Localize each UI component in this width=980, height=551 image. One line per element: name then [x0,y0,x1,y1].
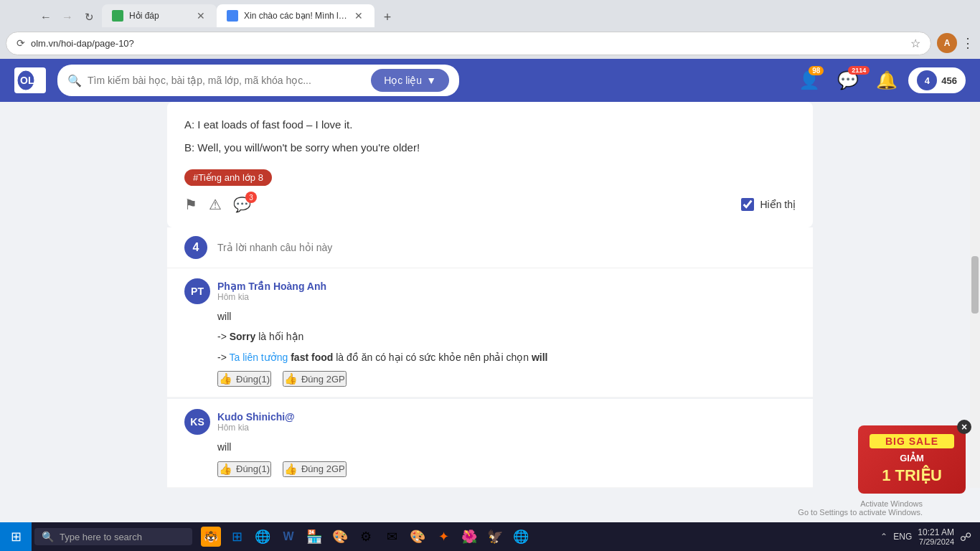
taskbar-app-chrome[interactable]: 🌐 [508,524,534,550]
question-card: A: I eat loads of fast food – I love it.… [167,102,813,227]
subject-tag[interactable]: #Tiếng anh lớp 8 [184,169,272,186]
taskbar-app-photos[interactable]: 🎨 [405,524,430,550]
taskbar-app-store[interactable]: 🏪 [301,524,327,550]
coins-circle: 4 [917,70,937,90]
ad-close-button[interactable]: × [957,420,971,434]
taskbar-clock: 10:21 AM 7/29/2024 [918,527,954,546]
comment-item-2: KS Kudo Shinichi@ Hôm kia will 👍 Đúng(1)… [167,399,813,487]
comment-count-badge: 3 [245,192,257,203]
tab1-title: Hỏi đáp [129,11,189,21]
olm-logo[interactable]: OLM [14,67,46,93]
start-button[interactable]: ⊞ [0,522,32,551]
hoc-lieu-chevron-icon: ▼ [426,75,436,86]
taskbar-app-taskview[interactable]: ⊞ [224,524,250,550]
taskbar-app-edge[interactable]: 🌐 [250,524,275,550]
vote1-label-2: Đúng(1) [236,463,270,474]
url-reload-icon: ⟳ [17,37,25,49]
bookmark-icon[interactable]: ☆ [910,37,920,50]
vote-correct-btn-2[interactable]: 👍 Đúng(1) [217,461,271,477]
scrollbar-thumb[interactable] [971,256,979,314]
comment-exp1: -> Sorry là hối hận [217,329,796,344]
comment-answer-1: will [217,309,796,324]
commenter-time-1: Hôm kia [217,292,326,302]
tab2-title: Xin chào các bạn! Mình là Hà A... [244,11,347,21]
menu-button[interactable]: ⋮ [961,35,974,51]
dialogue-a: A: I eat loads of fast food – I love it. [184,116,796,133]
taskbar-app-mail[interactable]: ✉ [379,524,405,550]
commenter-time-2: Hôm kia [217,423,295,433]
taskbar-app-flower[interactable]: 🌺 [456,524,482,550]
tab2-favicon [227,10,238,22]
comment-item-1: PT Phạm Trần Hoàng Anh Hôm kia will -> S… [167,268,813,397]
quick-answer-input[interactable] [217,242,796,253]
comment-answer-2: will [217,439,796,455]
taskbar-systray[interactable]: ⌃ [880,532,887,542]
url-text: olm.vn/hoi-dap/page-10? [31,38,905,49]
answer-number: 4 [184,236,207,259]
user-icon-badge[interactable]: 👤 98 [796,67,822,93]
vote-2gp-btn-2[interactable]: 👍 Đúng 2GP [283,461,347,477]
show-checkbox[interactable] [741,198,754,211]
comment-body-1: will -> Sorry là hối hận -> Ta liên tưởn… [217,309,796,365]
start-icon: ⊞ [11,529,22,545]
hoc-lieu-button[interactable]: Học liệu ▼ [371,69,449,92]
chat-icon-badge[interactable]: 💬 2114 [831,67,865,93]
vote2-label-2: Đúng 2GP [301,463,345,474]
vote-correct-btn-1[interactable]: 👍 Đúng(1) [217,371,271,387]
vote2-label-1: Đúng 2GP [301,374,345,385]
vote1-label-1: Đúng(1) [236,374,270,385]
ad-subtitle: GIẢM [870,453,954,463]
taskbar-lang: ENG [893,532,912,542]
tab2-close[interactable]: ✕ [353,9,364,23]
vote-2gp-btn-1[interactable]: 👍 Đúng 2GP [283,371,347,387]
windows-activate-notice: Activate Windows Go to Settings to activ… [798,499,923,517]
bookmark-action-icon[interactable]: ⚑ [184,196,197,213]
svg-text:OLM: OLM [20,75,42,86]
user-badge: 98 [809,66,824,75]
commenter-name-2[interactable]: Kudo Shinichi@ [217,411,295,423]
commenter-name-1[interactable]: Phạm Trần Hoàng Anh [217,281,326,292]
taskbar-app-tiger[interactable] [198,524,224,550]
new-tab-button[interactable]: + [377,7,397,27]
ad-banner[interactable]: × BIG SALE GIẢM 1 TRIỆU [858,425,966,494]
coins-badge[interactable]: 4 456 [908,67,966,93]
coins-amount: 456 [941,75,957,86]
report-action-icon[interactable]: ⚠ [209,196,222,213]
profile-avatar[interactable]: A [937,33,957,53]
taskbar-notification-icon[interactable]: ☍ [960,530,971,544]
dialogue-b: B: Well, you will/won't be sorry when yo… [184,139,796,156]
tab1-favicon [112,10,123,22]
search-box: 🔍 Học liệu ▼ [57,65,459,96]
page-scrollbar[interactable] [970,102,980,488]
show-label-text: Hiển thị [760,199,796,210]
chat-badge: 2114 [848,66,870,75]
tab-hoi-dap[interactable]: Hỏi đáp ✕ [102,4,217,27]
bell-icon: 🔔 [876,70,897,90]
taskbar: ⊞ 🔍 Type here to search ⊞ 🌐 W 🏪 🎨 ⚙ ✉ 🎨 … [0,522,980,551]
taskbar-right: ⌃ ENG 10:21 AM 7/29/2024 ☍ [880,527,980,546]
taskbar-search[interactable]: 🔍 Type here to search [34,528,192,545]
tab1-close[interactable]: ✕ [195,9,207,23]
tab-xin-chao[interactable]: Xin chào các bạn! Mình là Hà A... ✕ [217,4,374,27]
comment-action-icon[interactable]: 💬 3 [233,196,251,213]
taskbar-search-text: Type here to search [60,532,142,542]
taskbar-app-paint[interactable]: 🎨 [327,524,353,550]
back-button[interactable]: ← [36,7,56,27]
comment-body-2: will [217,439,796,455]
bell-icon-badge[interactable]: 🔔 [874,67,900,93]
ad-title: BIG SALE [870,434,954,448]
comment-exp2: -> Ta liên tưởng fast food là đồ ăn có h… [217,349,796,365]
taskbar-app-eagle[interactable]: 🦅 [482,524,508,550]
taskbar-search-icon: 🔍 [42,531,54,542]
forward-button[interactable]: → [57,7,77,27]
reload-button[interactable]: ↻ [79,7,99,27]
avatar-ks: KS [184,409,210,435]
answer-input-section: 4 [167,227,813,268]
ad-amount: 1 TRIỆU [870,466,954,485]
taskbar-app-settings[interactable]: ⚙ [353,524,379,550]
search-input[interactable] [88,75,365,86]
hoc-lieu-label: Học liệu [384,75,422,86]
search-icon: 🔍 [67,74,82,88]
taskbar-app-word[interactable]: W [275,524,301,550]
taskbar-app-star[interactable]: ✦ [430,524,456,550]
